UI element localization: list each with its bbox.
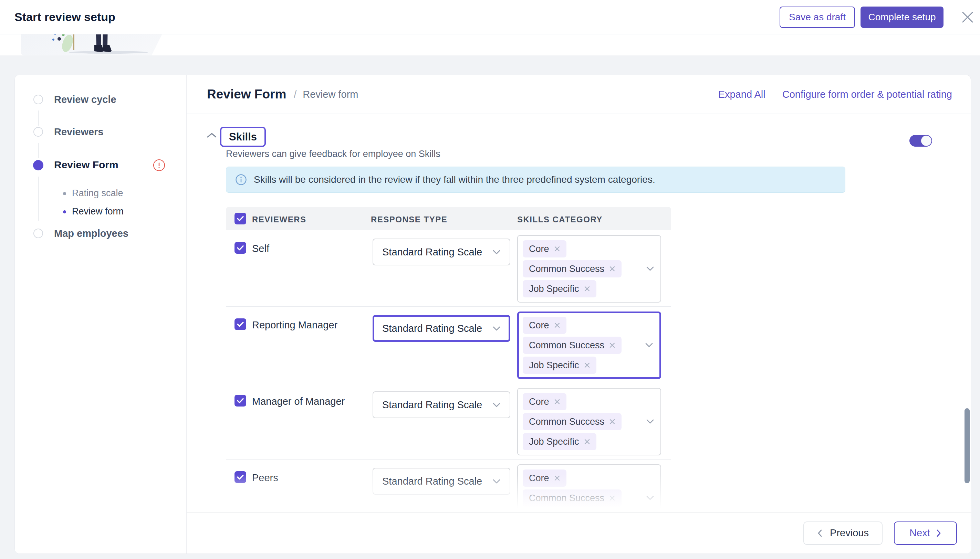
skills-category-multiselect[interactable]: Core Common Success Job Specific [517,235,661,303]
save-as-draft-label: Save as draft [789,12,846,23]
breadcrumb: Review form [303,89,358,100]
skill-tag-label: Job Specific [529,437,579,447]
configure-form-order-link[interactable]: Configure form order & potential rating [782,89,952,100]
substep-bullet-rating-scale [63,192,66,195]
remove-tag-icon[interactable] [584,286,590,292]
skill-tag: Common Success [523,260,622,278]
setup-card: Review cycle Reviewers Review Form Ratin… [15,75,971,554]
skills-category-multiselect[interactable]: Core Common Success [517,464,661,512]
save-as-draft-button[interactable]: Save as draft [780,7,855,28]
response-type-value: Standard Rating Scale [382,246,482,258]
expand-all-link[interactable]: Expand All [718,89,765,100]
row-checkbox[interactable] [235,242,246,254]
substep-bullet-review-form [63,210,66,213]
chevron-left-icon [817,529,822,538]
sidebar-item-review-cycle[interactable]: Review cycle [54,94,116,105]
remove-tag-icon[interactable] [554,399,560,405]
remove-tag-icon[interactable] [554,475,560,481]
next-label: Next [909,528,930,539]
remove-tag-icon[interactable] [609,495,615,501]
complete-setup-button[interactable]: Complete setup [861,7,944,28]
skill-tag: Core [523,317,566,334]
remove-tag-icon[interactable] [584,438,590,445]
sidebar-item-review-form-sub[interactable]: Review form [72,206,124,217]
remove-tag-icon[interactable] [609,418,615,425]
skill-tag-label: Job Specific [529,284,579,294]
sidebar-item-rating-scale[interactable]: Rating scale [72,188,123,198]
step-connector [38,111,38,126]
table-header-row: REVIEWERS RESPONSE TYPE SKILLS CATEGORY [226,207,671,230]
sidebar-item-review-form[interactable]: Review Form [54,159,118,171]
reviewer-label: Peers [252,472,278,484]
person-illustration [21,35,214,55]
column-header-skills-category: SKILLS CATEGORY [517,215,603,225]
reviewer-label: Reporting Manager [252,319,338,331]
chevron-down-icon [646,266,654,273]
info-icon [235,174,247,185]
remove-tag-icon[interactable] [609,266,615,272]
sidebar-item-reviewers[interactable]: Reviewers [54,126,104,138]
step-circle-reviewers[interactable] [33,127,43,137]
response-type-value: Standard Rating Scale [382,323,482,334]
skill-tag: Job Specific [523,433,596,450]
table-row-manager-of-manager: Manager of Manager Standard Rating Scale… [226,383,671,460]
column-header-response-type: RESPONSE TYPE [371,215,447,225]
skills-enabled-toggle[interactable] [909,135,932,147]
scrollbar-thumb[interactable] [965,408,970,483]
next-button[interactable]: Next [894,521,957,545]
skill-tag-label: Core [529,320,549,331]
step-connector [38,143,38,158]
table-row-reporting-manager: Reporting Manager Standard Rating Scale … [226,307,671,383]
previous-label: Previous [830,528,869,539]
complete-setup-label: Complete setup [868,12,935,23]
select-all-checkbox[interactable] [235,213,246,225]
skill-tag: Common Success [523,490,622,507]
page-title: Start review setup [15,0,115,34]
breadcrumb-separator: / [294,89,296,100]
chevron-down-icon [492,250,501,255]
remove-tag-icon[interactable] [554,246,560,252]
skill-tag: Job Specific [523,357,596,374]
skill-tag: Core [523,240,566,258]
step-circle-map-employees[interactable] [33,228,43,238]
step-circle-review-form[interactable] [33,160,43,170]
wizard-footer: Previous Next [187,512,972,554]
toggle-knob [921,136,932,146]
sidebar-item-map-employees[interactable]: Map employees [54,228,128,239]
close-icon[interactable] [960,10,975,25]
row-checkbox[interactable] [235,471,246,483]
response-type-dropdown-highlighted[interactable]: Standard Rating Scale [372,315,510,342]
stepper-sidebar: Review cycle Reviewers Review Form Ratin… [15,75,187,554]
step-circle-review-cycle[interactable] [33,95,43,104]
start-review-setup-screen: Start review setup Save as draft Complet… [0,0,980,559]
main-panel: Review Form / Review form Expand All Con… [187,75,972,554]
chevron-up-icon[interactable] [207,132,217,140]
content-header: Review Form / Review form Expand All Con… [187,75,972,114]
skill-tag: Job Specific [523,280,596,298]
remove-tag-icon[interactable] [609,342,615,348]
chevron-down-icon [646,495,654,502]
response-type-dropdown[interactable]: Standard Rating Scale [372,391,510,418]
top-bar: Start review setup Save as draft Complet… [0,0,980,34]
row-checkbox[interactable] [235,318,246,330]
skill-tag-label: Core [529,244,549,255]
row-checkbox[interactable] [235,395,246,407]
previous-button[interactable]: Previous [803,521,882,545]
reviewers-table: REVIEWERS RESPONSE TYPE SKILLS CATEGORY … [226,207,671,512]
skill-tag-label: Core [529,397,549,407]
column-header-reviewers: REVIEWERS [252,215,306,225]
skills-category-multiselect-highlighted[interactable]: Core Common Success Job Specific [517,311,661,379]
skill-tag-label: Common Success [529,340,604,351]
remove-tag-icon[interactable] [584,362,590,368]
warning-icon [153,159,165,171]
remove-tag-icon[interactable] [554,322,560,328]
form-scroll-area: Skills Reviewers can give feedback for e… [187,114,972,512]
response-type-dropdown[interactable]: Standard Rating Scale [372,468,510,495]
info-banner: Skills will be considered in the review … [226,167,845,193]
skills-category-multiselect[interactable]: Core Common Success Job Specific [517,388,661,455]
response-type-dropdown[interactable]: Standard Rating Scale [372,238,510,265]
skills-title-input[interactable]: Skills [220,127,266,147]
illustration-strip [0,35,980,55]
skills-description: Reviewers can give feedback for employee… [226,149,440,159]
response-type-value: Standard Rating Scale [382,399,482,411]
